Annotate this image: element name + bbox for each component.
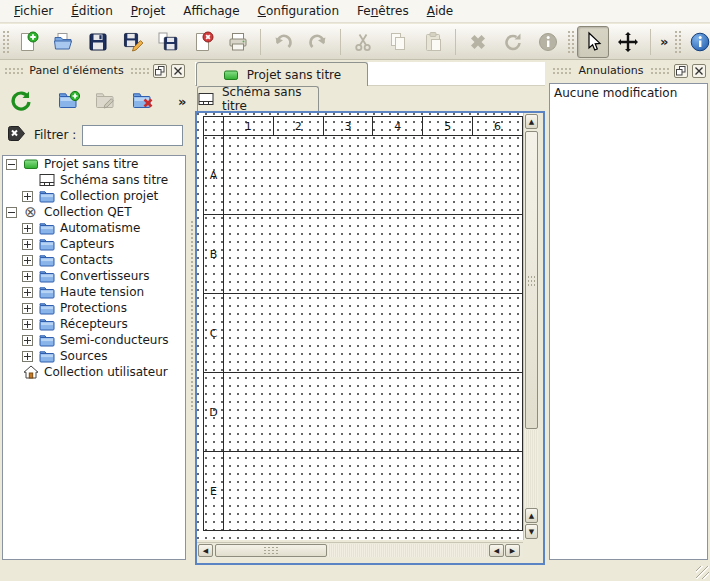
- save-all-icon: [157, 31, 179, 53]
- collapse-expander-icon[interactable]: [6, 207, 17, 218]
- scroll-up-button[interactable]: ▲: [525, 114, 538, 129]
- tree-item-recepteurs[interactable]: Récepteurs: [3, 316, 185, 332]
- expand-expander-icon[interactable]: [22, 255, 33, 266]
- folder-icon: [38, 285, 55, 299]
- select-mode-button[interactable]: [577, 26, 609, 58]
- horizontal-scrollbar[interactable]: ◀ ◀ ▶: [197, 542, 523, 558]
- undo-dock-titlebar[interactable]: Annulations: [548, 60, 710, 81]
- expand-expander-icon[interactable]: [22, 191, 33, 202]
- rotate-icon: [502, 31, 524, 53]
- undo-history-list: Aucune modification: [549, 83, 708, 560]
- cut-scissors-icon: [352, 31, 374, 53]
- vertical-scrollbar[interactable]: ▲ ▲ ▼: [523, 113, 539, 540]
- expand-expander-icon[interactable]: [22, 351, 33, 362]
- scroll-up-button[interactable]: ▲: [525, 508, 538, 523]
- menu-affichage[interactable]: Affichage: [174, 1, 248, 21]
- undo-history-item[interactable]: Aucune modification: [550, 84, 707, 102]
- new-document-button[interactable]: [12, 26, 44, 58]
- vertical-scroll-thumb[interactable]: [525, 131, 538, 429]
- diagram-view: 1 2 3 4 5 6 A B: [195, 111, 545, 565]
- tree-item-convertisseurs[interactable]: Convertisseurs: [3, 268, 185, 284]
- expand-expander-icon[interactable]: [22, 223, 33, 234]
- open-button[interactable]: [47, 26, 79, 58]
- tree-item-haute-tension[interactable]: Haute tension: [3, 284, 185, 300]
- menu-configuration[interactable]: Configuration: [249, 1, 348, 21]
- expand-expander-icon[interactable]: [22, 335, 33, 346]
- expand-expander-icon[interactable]: [22, 271, 33, 282]
- dock-drag-texture: [552, 67, 572, 75]
- dock-float-button[interactable]: [153, 64, 167, 78]
- toolbar-overflow-button[interactable]: »: [657, 34, 671, 49]
- scroll-down-button[interactable]: ▼: [525, 524, 538, 539]
- menu-projet[interactable]: Projet: [122, 1, 174, 21]
- toolbar-drag-handle[interactable]: [674, 30, 681, 54]
- tree-item-automatisme[interactable]: Automatisme: [3, 220, 185, 236]
- qelectrotech-window: Fichier Édition Projet Affichage Configu…: [0, 0, 710, 581]
- menu-fichier[interactable]: Fichier: [5, 1, 62, 21]
- toolbar-drag-handle[interactable]: [567, 30, 574, 54]
- print-icon: [227, 31, 249, 53]
- window-resize-grip[interactable]: [696, 566, 709, 579]
- dock-drag-texture: [650, 67, 670, 75]
- tab-projet-sans-titre[interactable]: Projet sans titre: [196, 62, 368, 86]
- horizontal-scroll-track[interactable]: [328, 544, 488, 557]
- scroll-left-button[interactable]: ◀: [489, 544, 504, 557]
- refresh-icon: [9, 89, 33, 113]
- edit-category-button: [90, 85, 122, 117]
- tree-item-sources[interactable]: Sources: [3, 348, 185, 364]
- expand-expander-icon[interactable]: [22, 303, 33, 314]
- dock-close-button[interactable]: [171, 64, 185, 78]
- expand-expander-icon[interactable]: [22, 239, 33, 250]
- clear-filter-button[interactable]: [6, 125, 28, 145]
- save-as-button[interactable]: [117, 26, 149, 58]
- tree-item-collection-qet[interactable]: ⊗ Collection QET: [3, 204, 185, 220]
- expand-expander-icon[interactable]: [22, 287, 33, 298]
- scroll-left-button[interactable]: ◀: [198, 544, 213, 557]
- tree-item-collection-utilisateur[interactable]: Collection utilisateur: [3, 364, 185, 380]
- delete-category-button[interactable]: [127, 85, 159, 117]
- print-button[interactable]: [222, 26, 254, 58]
- save-all-button[interactable]: [152, 26, 184, 58]
- tree-item-semi-conducteurs[interactable]: Semi-conducteurs: [3, 332, 185, 348]
- dock-drag-texture: [130, 67, 149, 75]
- tree-item-protections[interactable]: Protections: [3, 300, 185, 316]
- tree-item-collection-projet[interactable]: Collection projet: [3, 188, 185, 204]
- copy-icon: [387, 31, 409, 53]
- collapse-expander-icon[interactable]: [6, 159, 17, 170]
- vertical-scroll-track[interactable]: [525, 430, 538, 507]
- about-info-button[interactable]: [684, 26, 710, 58]
- close-file-button[interactable]: [187, 26, 219, 58]
- filter-input[interactable]: [82, 125, 183, 146]
- tree-item-projet-sans-titre[interactable]: Projet sans titre: [3, 156, 185, 172]
- move-arrows-icon: [617, 31, 639, 53]
- diagram-row: A: [204, 136, 523, 215]
- panel-toolbar-overflow-button[interactable]: »: [175, 94, 189, 109]
- column-header: 5: [423, 117, 473, 136]
- new-category-button[interactable]: [53, 85, 85, 117]
- dock-drag-texture: [4, 67, 23, 75]
- pan-mode-button[interactable]: [612, 26, 644, 58]
- column-header: 2: [273, 117, 323, 136]
- tree-item-capteurs[interactable]: Capteurs: [3, 236, 185, 252]
- elements-panel-titlebar[interactable]: Panel d'éléments: [0, 60, 189, 81]
- menu-aide[interactable]: Aide: [418, 1, 463, 21]
- dock-close-button[interactable]: [692, 64, 706, 78]
- tab-schema-sans-titre[interactable]: Schéma sans titre: [197, 86, 319, 111]
- diagram-cell: [223, 373, 522, 452]
- dock-float-button[interactable]: [674, 64, 688, 78]
- tree-item-contacts[interactable]: Contacts: [3, 252, 185, 268]
- diagram-canvas[interactable]: 1 2 3 4 5 6 A B: [197, 113, 523, 540]
- save-button[interactable]: [82, 26, 114, 58]
- scroll-right-button[interactable]: ▶: [505, 544, 520, 557]
- schema-tab-label: Schéma sans titre: [222, 85, 318, 113]
- expand-expander-icon[interactable]: [22, 319, 33, 330]
- horizontal-scroll-thumb[interactable]: [215, 544, 327, 557]
- menu-fenetres[interactable]: Fenêtres: [348, 1, 418, 21]
- tree-item-schema-sans-titre[interactable]: Schéma sans titre: [3, 172, 185, 188]
- up-arrow-icon: ▲: [529, 512, 534, 520]
- menu-edition[interactable]: Édition: [62, 1, 122, 21]
- tree-item-label: Automatisme: [60, 221, 140, 235]
- info-blue-icon: [689, 31, 710, 53]
- toolbar-drag-handle[interactable]: [2, 30, 9, 54]
- reload-collections-button[interactable]: [5, 85, 37, 117]
